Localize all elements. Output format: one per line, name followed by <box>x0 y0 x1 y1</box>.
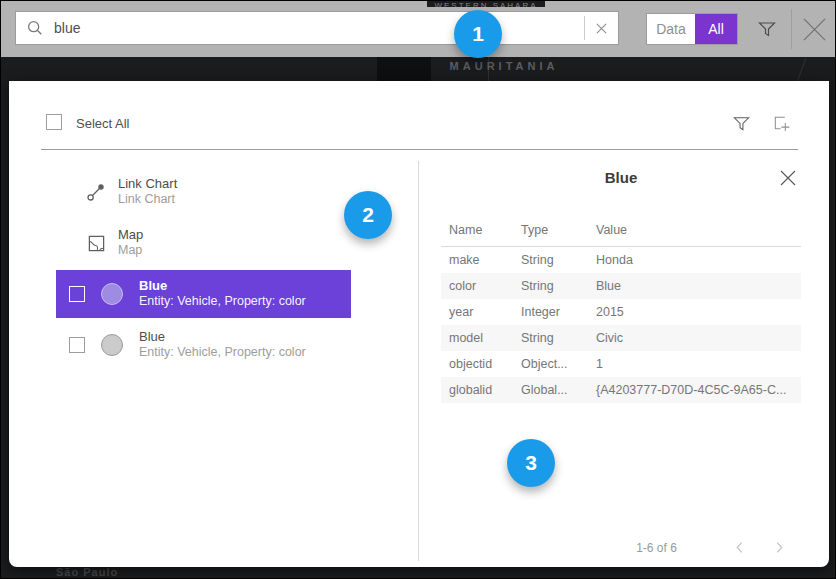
panel-filter-button[interactable] <box>728 111 754 135</box>
column-header-value: Value <box>588 221 801 247</box>
item-title: Blue <box>139 278 306 294</box>
attr-value-cell: Honda <box>588 247 801 273</box>
entity-circle-icon <box>101 334 123 356</box>
prev-page-button[interactable] <box>729 537 749 557</box>
attr-name-cell: color <box>441 273 513 299</box>
search-toolbar: Data All <box>1 1 836 57</box>
result-item[interactable]: Link Chart Link Chart <box>56 168 351 216</box>
search-icon <box>16 19 54 37</box>
attr-type-cell: String <box>513 273 588 299</box>
item-title: Link Chart <box>118 176 177 192</box>
item-text: Link Chart Link Chart <box>118 176 177 207</box>
attr-name-cell: globalid <box>441 377 513 403</box>
item-title: Blue <box>139 329 306 345</box>
toolbar-close-button[interactable] <box>799 14 830 44</box>
attr-type-cell: Object... <box>513 351 588 377</box>
link-chart-icon <box>86 182 106 202</box>
column-header-name: Name <box>441 221 513 247</box>
result-item[interactable]: Blue Entity: Vehicle, Property: color <box>56 270 351 318</box>
next-page-button[interactable] <box>769 537 789 557</box>
map-dark-region <box>377 57 431 83</box>
add-to-selection-button[interactable] <box>768 111 794 135</box>
scope-option-all[interactable]: All <box>695 14 737 44</box>
select-all-checkbox[interactable] <box>46 114 62 130</box>
annotation-callout-2: 2 <box>344 191 392 239</box>
map-label-western-sahara: WESTERN SAHARA <box>427 1 545 7</box>
panel-header-divider <box>41 149 798 150</box>
map-icon <box>86 233 106 253</box>
search-box <box>15 11 619 45</box>
detail-panel: Blue Name Type Value make String Honda c… <box>441 161 801 501</box>
attr-value-cell: Blue <box>588 273 801 299</box>
attribute-row: year Integer 2015 <box>441 299 801 325</box>
attr-name-cell: year <box>441 299 513 325</box>
chevron-right-icon <box>775 541 784 554</box>
item-checkbox[interactable] <box>69 337 85 353</box>
entity-circle-icon <box>101 283 123 305</box>
item-subtitle: Map <box>118 243 143 258</box>
annotation-callout-1: 1 <box>454 10 502 58</box>
search-results-panel: Select All Link Chart Link Chart Map Map <box>9 81 829 567</box>
attr-value-cell: Civic <box>588 325 801 351</box>
item-checkbox[interactable] <box>69 286 85 302</box>
column-header-type: Type <box>513 221 588 247</box>
pane-divider <box>418 161 419 561</box>
item-title: Map <box>118 227 143 243</box>
search-input[interactable] <box>54 20 584 36</box>
detail-close-button[interactable] <box>777 167 799 189</box>
close-icon <box>780 170 796 186</box>
attr-name-cell: model <box>441 325 513 351</box>
attr-type-cell: Global... <box>513 377 588 403</box>
item-subtitle: Entity: Vehicle, Property: color <box>139 345 306 360</box>
map-label-sao-paulo: São Paulo <box>56 566 118 576</box>
attr-value-cell: {A4203777-D70D-4C5C-9A65-C... <box>588 377 801 403</box>
item-text: Blue Entity: Vehicle, Property: color <box>139 278 306 309</box>
attr-value-cell: 1 <box>588 351 801 377</box>
detail-title: Blue <box>441 169 801 186</box>
attribute-row: objectid Object... 1 <box>441 351 801 377</box>
attribute-row: globalid Global... {A4203777-D70D-4C5C-9… <box>441 377 801 403</box>
map-label-mauritania: MAURITANIA <box>429 60 579 72</box>
item-subtitle: Link Chart <box>118 192 177 207</box>
select-all-label: Select All <box>76 116 129 131</box>
attr-name-cell: objectid <box>441 351 513 377</box>
result-list: Link Chart Link Chart Map Map Blue Entit… <box>56 168 351 372</box>
map-border-line <box>797 58 807 83</box>
attr-type-cell: Integer <box>513 299 588 325</box>
attribute-table-header: Name Type Value <box>441 221 801 247</box>
close-icon <box>802 17 827 42</box>
scope-option-data[interactable]: Data <box>647 14 695 44</box>
attribute-row: model String Civic <box>441 325 801 351</box>
attribute-row: color String Blue <box>441 273 801 299</box>
item-text: Map Map <box>118 227 143 258</box>
clear-search-button[interactable] <box>585 12 618 44</box>
attr-value-cell: 2015 <box>588 299 801 325</box>
result-item[interactable]: Blue Entity: Vehicle, Property: color <box>56 321 351 369</box>
attr-type-cell: String <box>513 325 588 351</box>
attribute-row: make String Honda <box>441 247 801 273</box>
chevron-left-icon <box>735 541 744 554</box>
pagination-range-label: 1-6 of 6 <box>599 541 714 555</box>
attr-type-cell: String <box>513 247 588 273</box>
item-text: Blue Entity: Vehicle, Property: color <box>139 329 306 360</box>
attribute-table: Name Type Value make String Honda color … <box>441 221 801 403</box>
toolbar-filter-button[interactable] <box>752 15 782 43</box>
add-selection-icon <box>772 114 791 133</box>
toolbar-divider <box>791 9 792 49</box>
attribute-table-body: make String Honda color String Blue year… <box>441 247 801 403</box>
result-item[interactable]: Map Map <box>56 219 351 267</box>
annotation-callout-3: 3 <box>507 439 555 487</box>
attr-name-cell: make <box>441 247 513 273</box>
funnel-icon <box>732 114 751 133</box>
search-scope-toggle: Data All <box>646 13 738 45</box>
item-subtitle: Entity: Vehicle, Property: color <box>139 294 306 309</box>
app-screen: MAURITANIA São Paulo Data All WESTERN SA… <box>0 0 836 579</box>
funnel-icon <box>757 19 777 39</box>
